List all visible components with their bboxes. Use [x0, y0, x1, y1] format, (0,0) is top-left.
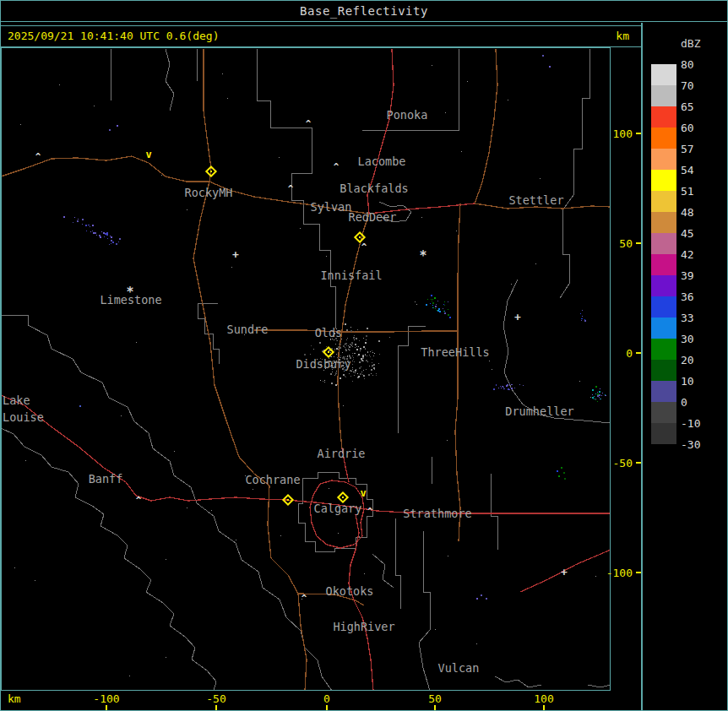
y-tick-label: 50 [619, 237, 633, 250]
city-label: Innisfail [320, 269, 382, 282]
city-label: Lake [3, 393, 30, 407]
legend-tick-label: 45 [681, 227, 694, 240]
city-label: Sylvan [311, 200, 352, 214]
y-tick-label: 100 [613, 128, 633, 140]
legend-tick-label: 30 [681, 333, 694, 345]
legend-color-swatch [651, 128, 676, 149]
city-label: Louise [3, 410, 44, 424]
legend-tick-label: 80 [681, 58, 694, 71]
legend-tick-label: 39 [681, 269, 694, 282]
x-tick-label: 50 [428, 692, 442, 705]
legend-tick-label: 51 [681, 185, 694, 198]
y-axis-unit-label: km [616, 26, 629, 46]
plus-marker: + [561, 566, 568, 578]
city-label: Drumheller [505, 404, 573, 418]
y-tick-label: 0 [626, 347, 633, 360]
y-tick-label: -100 [606, 567, 633, 579]
legend-color-swatch [651, 85, 676, 106]
x-tick-label: 100 [534, 692, 553, 705]
legend-color-swatch [651, 254, 676, 275]
city-label: Lacombe [358, 155, 406, 168]
color-scale-legend: dBZ 807065605754514845423936333020100-10… [644, 24, 728, 711]
x-axis-unit-label: km [8, 692, 21, 705]
check-marker: v [360, 487, 366, 499]
caret-marker: ^ [35, 151, 41, 162]
caret-marker: ^ [306, 118, 312, 129]
city-label: Cochrane [245, 473, 300, 486]
x-tick-label: -100 [93, 692, 119, 705]
city-label: ThreeHills [421, 345, 489, 359]
legend-color-swatch [651, 233, 676, 254]
x-tick-mark [326, 705, 328, 711]
city-label: Sundre [227, 323, 269, 336]
legend-tick-label: 36 [681, 290, 694, 303]
caret-marker: ^ [136, 495, 142, 506]
x-axis: km -100-50050100 [1, 691, 641, 711]
legend-color-swatch [651, 318, 676, 339]
radar-map-canvas[interactable]: PonokaLacombeBlackfaldsSylvanRedDeerStet… [1, 47, 611, 691]
radar-site-diamond-marker [338, 492, 347, 502]
legend-tick-label: 10 [681, 375, 694, 388]
legend-tick-label: -30 [681, 438, 700, 451]
y-axis: 100500-50-100 [611, 47, 642, 691]
timestamp-label: 2025/09/21 10:41:40 UTC 0.6(deg) [8, 30, 219, 42]
legend-tick-label: 42 [681, 248, 694, 261]
legend-color-swatch [651, 149, 676, 170]
legend-color-swatch [651, 402, 676, 423]
city-label: RockyMH [185, 186, 233, 199]
legend-color-swatch [651, 170, 676, 191]
x-tick-label: -50 [206, 692, 225, 705]
legend-color-swatch [651, 191, 676, 212]
check-marker: v [145, 149, 151, 160]
info-bar: 2025/09/21 10:41:40 UTC 0.6(deg) km [1, 25, 641, 47]
city-label: RedDeer [349, 210, 397, 224]
legend-unit-label: dBZ [681, 37, 700, 50]
legend-color-swatch [651, 423, 676, 444]
y-tick-label: -50 [613, 457, 633, 469]
legend-color-swatch [651, 275, 676, 296]
radar-app-window: Base_Reflectivity 2025/09/21 10:41:40 UT… [0, 0, 728, 711]
legend-tick-label: 54 [681, 164, 694, 176]
legend-color-swatch [651, 339, 676, 360]
city-label: Banff [89, 472, 123, 486]
city-label: Strathmore [403, 507, 471, 520]
legend-color-swatch [651, 296, 676, 318]
asterisk-marker: * [419, 248, 426, 263]
city-label: Didsbury [296, 357, 350, 371]
city-label: Ponoka [387, 108, 428, 122]
city-label: HighRiver [333, 620, 394, 633]
city-label: Okotoks [326, 584, 374, 598]
legend-tick-label: 0 [681, 396, 687, 409]
x-tick-mark [106, 705, 107, 711]
panel-divider [641, 23, 643, 711]
legend-color-swatch [651, 360, 676, 381]
window-title: Base_Reflectivity [1, 1, 727, 22]
caret-marker: ^ [367, 506, 373, 517]
legend-tick-label: 70 [681, 79, 694, 92]
legend-tick-label: 65 [681, 100, 694, 113]
legend-color-swatch [651, 106, 676, 128]
x-tick-mark [434, 705, 436, 711]
x-tick-mark [543, 705, 545, 711]
town-dots [14, 65, 596, 676]
legend-tick-label: 60 [681, 122, 694, 134]
legend-color-swatch [651, 64, 676, 85]
x-tick-label: 0 [323, 692, 330, 705]
city-label: Airdrie [318, 447, 366, 460]
legend-tick-label: 57 [681, 143, 694, 155]
plus-marker: + [232, 248, 239, 261]
caret-marker: ^ [302, 593, 307, 604]
legend-tick-label: 48 [681, 206, 694, 219]
city-label: Olds [315, 326, 343, 339]
legend-color-swatch [651, 381, 676, 402]
caret-marker: ^ [361, 242, 367, 252]
city-label: Calgary [314, 502, 362, 515]
legend-tick-label: 33 [681, 312, 694, 324]
city-label: Vulcan [438, 661, 480, 675]
caret-marker: ^ [288, 183, 294, 194]
asterisk-marker: * [126, 285, 133, 300]
legend-tick-label: 20 [681, 354, 694, 366]
city-label: Stettler [508, 193, 563, 207]
caret-marker: ^ [334, 161, 340, 172]
legend-color-swatch [651, 212, 676, 233]
